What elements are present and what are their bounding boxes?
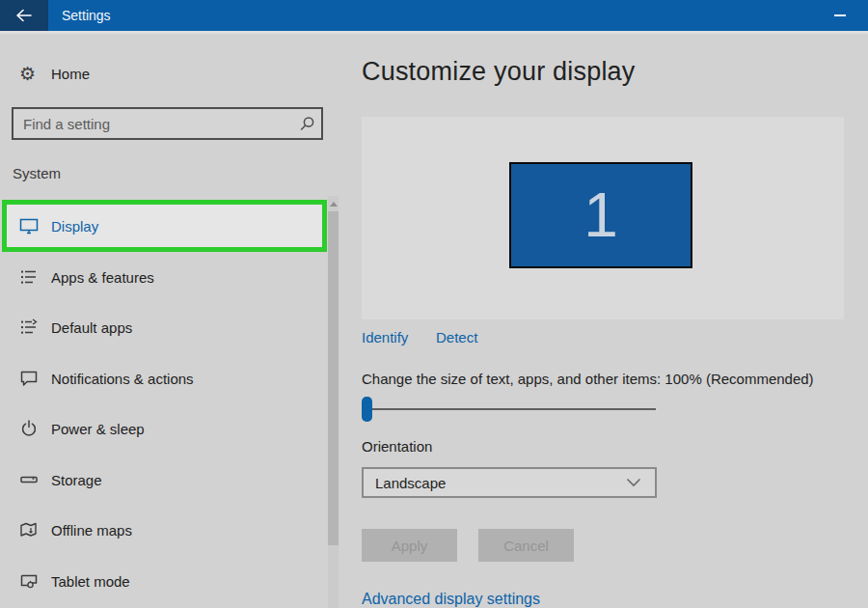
monitor-number-label: 1 [583,184,618,246]
titlebar: Settings [0,0,868,31]
sidebar-item-label: Tablet mode [51,573,130,590]
scale-text-label: Change the size of text, apps, and other… [362,371,814,387]
advanced-display-settings-link[interactable]: Advanced display settings [362,591,540,608]
sidebar-item-label: Notifications & actions [51,371,194,387]
chevron-down-icon [626,478,641,487]
sidebar-item-label: Apps & features [51,269,154,286]
main-content: Customize your display 1 Identify Detect… [347,34,868,608]
scaling-slider[interactable] [362,397,657,422]
sidebar-item-notifications[interactable]: Notifications & actions [0,353,323,403]
sidebar-item-power-sleep[interactable]: Power & sleep [0,403,323,454]
sidebar: ⚙ Home System [0,34,347,608]
slider-track[interactable] [365,408,656,410]
notifications-icon [19,370,41,387]
sidebar-item-default-apps[interactable]: Default apps [0,302,323,352]
gear-icon: ⚙ [19,65,41,83]
sidebar-item-storage[interactable]: Storage [0,455,323,505]
minimize-button[interactable] [816,0,864,31]
offline-maps-icon [19,521,41,539]
orientation-dropdown[interactable]: Landscape [362,467,657,498]
minimize-icon [834,14,846,16]
sidebar-item-offline-maps[interactable]: Offline maps [0,505,323,555]
default-apps-icon [19,318,41,336]
sidebar-item-apps-features[interactable]: Apps & features [0,252,323,302]
search-box [12,107,323,140]
back-arrow-icon [15,9,33,22]
power-icon [19,420,41,437]
sidebar-item-display[interactable]: Display [7,205,322,247]
monitor-icon [19,217,41,235]
search-input[interactable] [14,116,292,132]
orientation-selected-value: Landscape [375,475,626,491]
sidebar-item-label: Offline maps [51,522,132,539]
display-preview-panel: 1 [362,117,844,319]
back-button[interactable] [0,0,48,31]
home-label: Home [51,66,90,82]
apps-list-icon [19,268,41,286]
scrollbar-thumb[interactable] [328,211,339,545]
storage-icon [19,471,41,488]
sidebar-item-label: Storage [51,472,102,488]
sidebar-item-label: Display [51,218,98,235]
sidebar-item-label: Power & sleep [51,421,145,437]
detect-link[interactable]: Detect [436,329,477,345]
window-title: Settings [62,8,111,23]
settings-window: Settings ⚙ Home System [0,0,868,608]
app-body: ⚙ Home System [0,31,868,608]
sidebar-item-tablet-mode[interactable]: Tablet mode [0,556,323,606]
cancel-button[interactable]: Cancel [478,529,574,562]
sidebar-item-home[interactable]: ⚙ Home [0,54,323,93]
orientation-label: Orientation [362,438,432,455]
sidebar-item-label: Default apps [51,319,132,336]
scroll-up-icon[interactable] [328,198,339,209]
sidebar-scrollbar[interactable] [328,196,339,608]
tablet-icon [19,572,41,590]
monitor-preview-1[interactable]: 1 [509,162,692,268]
slider-thumb[interactable] [362,397,372,422]
page-title: Customize your display [362,57,636,87]
apply-button[interactable]: Apply [362,529,457,562]
identify-link[interactable]: Identify [362,329,408,345]
search-icon[interactable] [292,116,321,132]
section-header-system: System [13,165,61,181]
